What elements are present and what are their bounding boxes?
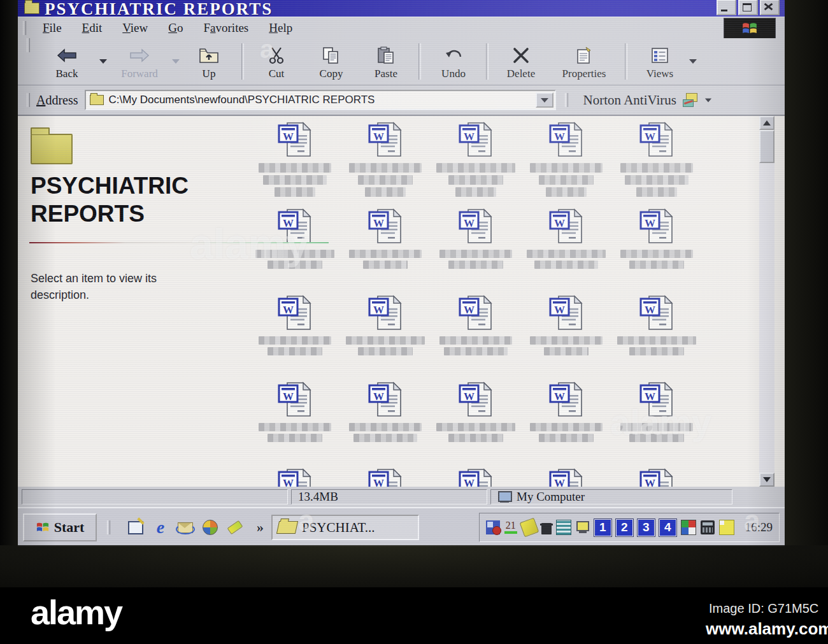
media-player-icon[interactable] (203, 520, 218, 535)
file-item[interactable]: W (340, 294, 431, 381)
menu-file[interactable]: File (32, 20, 72, 36)
word-document-icon: W (278, 208, 312, 247)
forward-dropdown[interactable] (170, 38, 182, 85)
file-item[interactable]: W (431, 208, 521, 294)
address-dropdown-button[interactable] (536, 92, 553, 108)
up-button[interactable]: Up (182, 38, 236, 85)
paste-button[interactable]: Paste (359, 38, 413, 85)
norton-antivirus-band[interactable]: Norton AntiVirus (583, 92, 712, 108)
properties-button[interactable]: Properties (548, 38, 620, 85)
outlook-express-icon[interactable] (178, 520, 193, 535)
trash-tray-icon[interactable] (541, 523, 552, 534)
file-item[interactable]: W (611, 468, 702, 487)
vertical-scrollbar[interactable] (759, 116, 774, 487)
file-item[interactable]: W (250, 294, 340, 381)
file-item[interactable]: W (521, 294, 611, 381)
rebar-grip[interactable] (27, 93, 30, 107)
scheduler-tray-icon[interactable] (486, 520, 500, 534)
back-button[interactable]: Back (36, 38, 97, 85)
norton-antivirus-icon (683, 93, 698, 107)
minimize-button[interactable] (717, 0, 736, 15)
taskbar-grip[interactable] (107, 520, 110, 534)
word-document-icon: W (459, 294, 493, 334)
word-document-icon: W (639, 121, 674, 161)
views-button[interactable]: Views (632, 38, 687, 85)
menu-help[interactable]: Help (259, 20, 303, 36)
back-dropdown[interactable] (97, 38, 109, 85)
virtual-desktop-4[interactable]: 4 (659, 519, 676, 536)
file-item[interactable]: W (340, 468, 431, 487)
file-item[interactable]: W (431, 468, 521, 487)
file-item[interactable]: W (340, 381, 431, 468)
network-tray-icon[interactable] (556, 520, 571, 535)
cut-button[interactable]: Cut (249, 38, 304, 85)
virtual-desktop-1[interactable]: 1 (594, 519, 611, 536)
file-item[interactable]: W (611, 208, 702, 294)
redacted-filename-line (259, 163, 331, 173)
word-document-icon: W (459, 121, 493, 161)
forward-button[interactable]: Forward (109, 38, 170, 85)
file-item[interactable]: W (521, 121, 611, 208)
scroll-down-button[interactable] (759, 473, 774, 487)
calculator-tray-icon[interactable] (701, 520, 715, 534)
rebar-grip[interactable] (565, 93, 568, 107)
menu-go[interactable]: Go (158, 20, 193, 36)
file-item[interactable]: W (521, 468, 611, 487)
tray-badge-21[interactable]: 21 (504, 520, 517, 534)
menu-label: o (177, 21, 183, 34)
start-button[interactable]: Start (23, 513, 97, 541)
maximize-button[interactable] (738, 0, 758, 15)
graphics-tray-icon[interactable] (681, 520, 696, 535)
toolbar-label: Properties (562, 68, 606, 80)
file-item[interactable]: W (521, 381, 611, 468)
undo-button[interactable]: Undo (426, 38, 481, 85)
clipboard-icon (376, 45, 396, 66)
rebar-grip[interactable] (23, 21, 26, 35)
file-item[interactable]: W (521, 208, 611, 294)
chevron-down-icon (705, 98, 711, 102)
task-button-psychiatric[interactable]: PSYCHIAT... (271, 515, 419, 540)
redacted-filename-line (353, 434, 417, 442)
svg-text:W: W (283, 390, 294, 403)
notes-tray-icon[interactable] (719, 520, 734, 535)
spark-tray-icon[interactable] (519, 518, 539, 538)
file-item[interactable]: W (611, 294, 702, 381)
minimize-icon (721, 10, 727, 11)
scrollbar-thumb[interactable] (759, 130, 774, 163)
system-tray: 21 1 2 3 4 16:29 (479, 513, 780, 542)
file-item[interactable]: W (250, 381, 340, 468)
address-input[interactable]: C:\My Documents\newfound\PSYCHIATRIC REP… (85, 90, 556, 110)
file-item[interactable]: W (431, 381, 521, 468)
file-item[interactable]: W (340, 121, 431, 208)
file-item[interactable]: W (431, 121, 521, 208)
copy-button[interactable]: Copy (304, 38, 359, 85)
quick-launch-overflow-chevron[interactable]: » (254, 519, 266, 536)
show-desktop-icon[interactable] (128, 520, 143, 535)
redacted-filename-line (436, 423, 515, 431)
menu-view[interactable]: View (112, 20, 158, 36)
menu-favorites[interactable]: Favorites (194, 20, 259, 36)
msn-messenger-icon[interactable] (227, 520, 243, 535)
file-item[interactable]: W (340, 208, 431, 294)
menu-edit[interactable]: Edit (72, 20, 113, 36)
scroll-up-button[interactable] (759, 116, 774, 130)
file-item[interactable]: W (250, 468, 340, 487)
close-button[interactable] (760, 0, 780, 15)
virtual-desktop-2[interactable]: 2 (616, 519, 633, 536)
open-folder-icon (276, 521, 298, 534)
file-item[interactable]: W (611, 381, 702, 468)
file-item[interactable]: W (431, 294, 521, 381)
file-item[interactable]: W (611, 121, 702, 208)
virtual-desktop-3[interactable]: 3 (638, 519, 655, 536)
views-dropdown[interactable] (687, 38, 699, 85)
file-item[interactable]: W (250, 208, 340, 294)
display-tray-icon[interactable] (576, 520, 590, 534)
delete-button[interactable]: Delete (494, 38, 548, 85)
windows-throbber (724, 18, 776, 39)
status-panel-size: 13.4MB (291, 489, 487, 504)
rebar-grip[interactable] (27, 38, 30, 52)
file-item[interactable]: W (250, 121, 340, 208)
my-computer-icon (497, 491, 511, 503)
redacted-filename-line (259, 336, 331, 345)
internet-explorer-icon[interactable]: e (153, 520, 168, 535)
